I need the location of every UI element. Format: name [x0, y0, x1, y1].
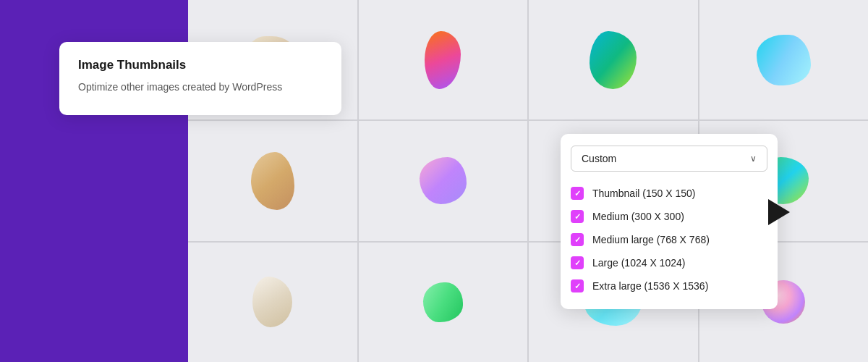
shape-beige-blob	[251, 152, 294, 210]
checkbox-item-2[interactable]: Medium (300 X 300)	[571, 205, 767, 228]
checkbox-list: Thumbnail (150 X 150) Medium (300 X 300)…	[561, 182, 778, 298]
checkbox-item-5[interactable]: Extra large (1536 X 1536)	[571, 274, 767, 298]
grid-cell-5	[188, 121, 357, 240]
grid-cell-3	[529, 0, 698, 119]
checkbox-large[interactable]	[571, 256, 584, 269]
checkbox-label-medium: Medium (300 X 300)	[592, 211, 684, 222]
checkbox-item-1[interactable]: Thumbnail (150 X 150)	[571, 182, 767, 205]
checkbox-extra-large[interactable]	[571, 279, 584, 292]
shape-teal-rings	[757, 35, 811, 85]
checkbox-label-extra-large: Extra large (1536 X 1536)	[592, 280, 708, 292]
shape-white-figure	[252, 277, 292, 327]
dropdown-panel: Custom ∨ Thumbnail (150 X 150) Medium (3…	[561, 134, 778, 309]
checkbox-label-medium-large: Medium large (768 X 768)	[592, 234, 710, 245]
chevron-down-icon: ∨	[750, 153, 757, 164]
checkbox-item-4[interactable]: Large (1024 X 1024)	[571, 251, 767, 274]
shape-pink-knot	[420, 157, 467, 204]
info-card: Image Thumbnails Optimize other images c…	[59, 42, 341, 115]
shape-orange-twist	[425, 31, 461, 89]
grid-cell-9	[188, 243, 357, 362]
info-card-description: Optimize other images created by WordPre…	[78, 80, 323, 95]
cursor-arrow-icon	[768, 199, 790, 225]
dropdown-select[interactable]: Custom ∨	[571, 146, 767, 172]
shape-green-pebble	[423, 282, 463, 322]
checkbox-label-large: Large (1024 X 1024)	[592, 257, 685, 269]
checkbox-item-3[interactable]: Medium large (768 X 768)	[571, 228, 767, 251]
checkbox-medium[interactable]	[571, 210, 584, 223]
info-card-title: Image Thumbnails	[78, 58, 323, 72]
dropdown-selected-value: Custom	[582, 153, 616, 164]
checkbox-medium-large[interactable]	[571, 233, 584, 246]
grid-cell-4	[699, 0, 869, 119]
shape-blue-green	[590, 31, 637, 89]
grid-cell-6	[359, 121, 528, 240]
checkbox-label-thumbnail: Thumbnail (150 X 150)	[592, 188, 695, 199]
checkbox-thumbnail[interactable]	[571, 187, 584, 200]
grid-cell-2	[359, 0, 528, 119]
grid-cell-10	[359, 243, 528, 362]
